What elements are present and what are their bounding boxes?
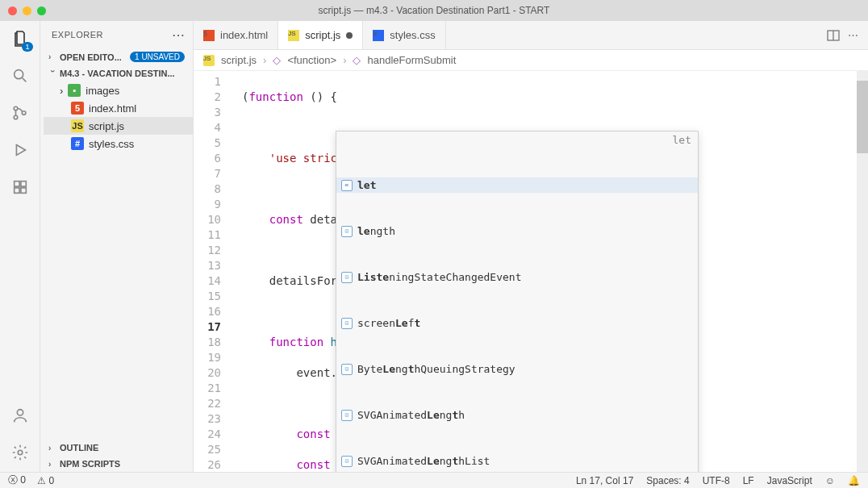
tree-item-label: styles.css xyxy=(89,138,134,150)
minimap-thumb[interactable] xyxy=(857,81,868,153)
js-file-icon: JS xyxy=(288,30,299,41)
tab-script-js[interactable]: JS script.js xyxy=(278,21,363,49)
svg-point-0 xyxy=(14,70,23,79)
code-editor[interactable]: 1234567891011121314151617181920212223242… xyxy=(194,71,868,472)
outline-section[interactable]: › OUTLINE xyxy=(40,440,193,456)
tree-item-label: script.js xyxy=(89,120,124,132)
symbol-icon: ⊡ xyxy=(341,364,353,375)
svg-point-3 xyxy=(14,115,18,119)
svg-point-11 xyxy=(18,450,23,455)
npm-scripts-section[interactable]: › NPM SCRIPTS xyxy=(40,456,193,472)
svg-point-2 xyxy=(14,106,18,111)
svg-rect-8 xyxy=(20,188,25,193)
breadcrumb-file[interactable]: script.js xyxy=(221,54,257,66)
encoding[interactable]: UTF-8 xyxy=(703,475,730,486)
dirty-indicator-icon xyxy=(346,32,353,39)
search-icon[interactable] xyxy=(9,65,31,87)
language-mode[interactable]: JavaScript xyxy=(767,475,812,486)
keyword-icon: ≡ xyxy=(341,180,353,191)
status-bar: ⓧ 0 ⚠ 0 Ln 17, Col 17 Spaces: 4 UTF-8 LF… xyxy=(0,472,868,488)
js-file-icon: JS xyxy=(203,55,215,66)
symbol-icon: ⊡ xyxy=(341,318,353,329)
tree-file-styles[interactable]: # styles.css xyxy=(44,135,193,152)
breadcrumb[interactable]: JS script.js › ◇ <function> › ◇ handleFo… xyxy=(194,50,868,71)
eol[interactable]: LF xyxy=(743,475,754,486)
tree-item-label: index.html xyxy=(89,102,136,115)
extensions-icon[interactable] xyxy=(9,176,31,198)
tree-file-script[interactable]: JS script.js xyxy=(44,117,193,135)
suggest-item[interactable]: ⊡screenLeft xyxy=(336,315,698,331)
svg-rect-6 xyxy=(14,181,19,186)
symbol-icon: ⊡ xyxy=(341,456,353,467)
svg-marker-5 xyxy=(16,145,25,156)
html-file-icon: 5 xyxy=(203,30,215,41)
errors-indicator[interactable]: ⓧ 0 xyxy=(8,473,26,487)
account-icon[interactable] xyxy=(9,404,31,427)
line-gutter: 1234567891011121314151617181920212223242… xyxy=(194,71,232,472)
tab-styles-css[interactable]: # styles.css xyxy=(363,21,445,49)
css-file-icon: # xyxy=(373,30,384,41)
chevron-right-icon: › xyxy=(48,52,56,61)
warnings-indicator[interactable]: ⚠ 0 xyxy=(37,475,54,486)
sidebar-more-icon[interactable]: ⋯ xyxy=(172,27,186,43)
svg-line-1 xyxy=(22,78,26,82)
breadcrumb-scope[interactable]: <function> xyxy=(287,54,336,66)
js-file-icon: JS xyxy=(71,119,84,132)
source-control-icon[interactable] xyxy=(9,102,31,124)
explorer-badge: 1 xyxy=(22,42,32,52)
suggest-item[interactable]: ⊡SVGAnimatedLengthList xyxy=(336,453,698,469)
chevron-right-icon: › xyxy=(48,460,56,469)
tree-file-index[interactable]: 5 index.html xyxy=(44,99,193,117)
symbol-icon: ⊡ xyxy=(341,410,353,421)
breadcrumb-scope[interactable]: handleFormSubmit xyxy=(367,54,456,66)
more-actions-icon[interactable]: ⋯ xyxy=(848,29,858,41)
npm-scripts-label: NPM SCRIPTS xyxy=(60,459,120,469)
unsaved-badge: 1 UNSAVED xyxy=(130,52,185,62)
open-editors-section[interactable]: › OPEN EDITO... 1 UNSAVED xyxy=(40,48,193,65)
folder-label: M4.3 - VACATION DESTIN... xyxy=(60,69,175,78)
activity-bar: 1 xyxy=(0,21,40,472)
code-content[interactable]: (function () { 'use strict'; const detai… xyxy=(232,71,868,472)
tree-folder-images[interactable]: › ▪ images xyxy=(44,81,193,99)
svg-rect-9 xyxy=(20,181,25,186)
svg-rect-7 xyxy=(14,188,19,193)
minimap[interactable] xyxy=(857,71,868,472)
tree-item-label: images xyxy=(86,85,119,97)
suggest-item[interactable]: ⊡ListeningStateChangedEvent xyxy=(336,269,698,285)
breadcrumb-symbol-icon: ◇ xyxy=(353,54,361,66)
symbol-icon: ⊡ xyxy=(341,272,353,283)
folder-section[interactable]: › M4.3 - VACATION DESTIN... xyxy=(40,65,193,81)
explorer-icon[interactable]: 1 xyxy=(9,27,31,50)
css-file-icon: # xyxy=(71,137,84,150)
chevron-right-icon: › xyxy=(48,444,56,453)
folder-icon: ▪ xyxy=(68,84,81,97)
sidebar: EXPLORER ⋯ › OPEN EDITO... 1 UNSAVED › M… xyxy=(40,21,194,472)
indent-setting[interactable]: Spaces: 4 xyxy=(646,475,689,486)
open-editors-label: OPEN EDITO... xyxy=(60,52,122,62)
chevron-right-icon: › xyxy=(343,54,346,66)
settings-gear-icon[interactable] xyxy=(9,441,31,464)
notifications-icon[interactable]: 🔔 xyxy=(848,475,860,486)
tab-label: script.js xyxy=(305,29,340,41)
suggest-item[interactable]: ⊡SVGAnimatedLength xyxy=(336,407,698,423)
tab-label: index.html xyxy=(220,29,268,41)
chevron-down-icon: › xyxy=(48,69,57,77)
feedback-icon[interactable]: ☺ xyxy=(825,475,835,486)
intellisense-popup[interactable]: let ≡let ⊡length ⊡ListeningStateChangedE… xyxy=(336,131,699,472)
sidebar-header: EXPLORER ⋯ xyxy=(40,21,193,48)
tab-index-html[interactable]: 5 index.html xyxy=(194,21,278,49)
cursor-position[interactable]: Ln 17, Col 17 xyxy=(576,475,633,486)
chevron-right-icon: › xyxy=(60,85,63,97)
suggest-item[interactable]: ⊡length xyxy=(336,223,698,239)
run-debug-icon[interactable] xyxy=(9,139,31,161)
suggest-item[interactable]: ≡let xyxy=(336,177,698,193)
split-editor-icon[interactable] xyxy=(827,29,840,42)
suggest-item[interactable]: ⊡ByteLengthQueuingStrategy xyxy=(336,361,698,377)
outline-label: OUTLINE xyxy=(60,443,98,453)
breadcrumb-symbol-icon: ◇ xyxy=(273,54,281,66)
symbol-icon: ⊡ xyxy=(341,226,353,237)
suggest-hint: let xyxy=(673,132,691,148)
sidebar-title: EXPLORER xyxy=(52,30,103,40)
editor-group: 5 index.html JS script.js # styles.css ⋯… xyxy=(194,21,868,472)
tab-label: styles.css xyxy=(390,29,435,41)
